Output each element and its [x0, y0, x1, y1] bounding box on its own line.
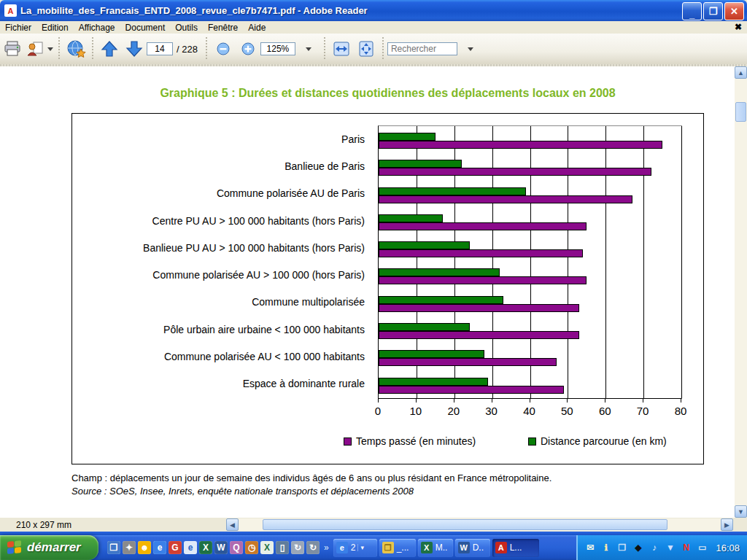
system-tray: ✉ℹ❒◆♪▼N▭16:08 — [576, 535, 747, 560]
page-total-label: / 228 — [177, 44, 198, 55]
menu-edition[interactable]: Edition — [36, 22, 74, 34]
distance-bar — [379, 160, 462, 168]
legend-item-distance: Distance parcourue (en km) — [528, 435, 667, 447]
web-capture-button[interactable] — [63, 36, 88, 61]
bar-row — [379, 126, 681, 153]
excel-doc-icon[interactable]: X — [260, 541, 274, 554]
close-button[interactable]: ✕ — [724, 2, 744, 20]
start-button[interactable]: démarrer — [0, 535, 98, 560]
volume-icon[interactable]: ♪ — [648, 542, 660, 554]
zoom-level-input[interactable] — [260, 42, 295, 55]
zoom-in-button[interactable] — [236, 36, 260, 61]
clock-icon[interactable]: ◷ — [245, 541, 258, 554]
print-button[interactable] — [0, 36, 25, 61]
horizontal-scroll-thumb[interactable] — [263, 519, 667, 530]
horizontal-scrollbar[interactable] — [239, 518, 721, 531]
legend-swatch-distance — [528, 438, 536, 446]
restore-button[interactable]: ❐ — [703, 2, 723, 20]
scroll-right-icon[interactable]: ▶ — [721, 518, 733, 531]
category-label: Paris — [77, 125, 371, 152]
menu-document[interactable]: Document — [120, 22, 171, 34]
globe-star-icon — [66, 39, 86, 58]
bar-row — [379, 371, 681, 398]
quick-launch-overflow-icon[interactable]: » — [324, 542, 329, 553]
sync-alt-icon[interactable]: ↻ — [306, 541, 320, 554]
bar-row — [379, 262, 681, 289]
taskbar-button-folder[interactable]: ❐_... — [379, 539, 416, 557]
scroll-left-icon[interactable]: ◀ — [226, 518, 239, 531]
bar-row — [379, 343, 681, 370]
mascot-icon[interactable]: Q — [230, 541, 243, 554]
task-group-dropdown-icon[interactable]: ▾ — [357, 544, 364, 551]
word-icon[interactable]: W — [214, 541, 228, 554]
page-number-input[interactable] — [147, 42, 173, 55]
x-ticks — [378, 398, 681, 403]
chart-title: Graphique 5 : Durées et distances quotid… — [71, 87, 704, 100]
search-input[interactable] — [387, 42, 457, 55]
fit-width-icon — [333, 41, 350, 57]
netscape-icon[interactable]: N — [680, 542, 692, 554]
close-document-icon[interactable]: ✖ — [735, 22, 742, 32]
pda-icon[interactable]: ▯ — [276, 541, 289, 554]
previous-page-button[interactable] — [97, 36, 122, 61]
media-player-icon[interactable]: ✦ — [123, 541, 136, 554]
adobe-reader-window: A La_mobilite_des_Francais_ENTD_2008_rev… — [0, 0, 747, 560]
vertical-scrollbar[interactable]: ▲ ▼ — [735, 66, 747, 518]
champ-note: Champ : déplacements un jour de semaine … — [71, 472, 699, 483]
taskbar-button-internet-explorer-group[interactable]: e2▾ — [333, 539, 377, 557]
zoom-in-icon — [241, 42, 255, 56]
agent-icon[interactable]: ◆ — [632, 542, 644, 554]
bar-row — [379, 208, 681, 235]
fit-page-button[interactable] — [354, 36, 379, 61]
search-dropdown-button[interactable] — [457, 36, 482, 61]
update-icon[interactable]: ℹ — [600, 542, 612, 554]
x-tick-label: 80 — [675, 405, 687, 417]
excel-icon[interactable]: X — [199, 541, 212, 554]
distance-bar — [379, 378, 488, 386]
x-tick-label: 0 — [375, 405, 381, 417]
distance-bar — [379, 350, 484, 358]
category-label: Espace à dominante rurale — [77, 370, 371, 397]
google-icon[interactable]: G — [169, 541, 182, 554]
menu-aide[interactable]: Aide — [243, 22, 271, 34]
vertical-scroll-thumb[interactable] — [735, 102, 746, 122]
category-label: Banlieue de Paris — [77, 152, 371, 179]
time-bar — [379, 304, 579, 312]
email-share-button[interactable] — [25, 36, 55, 61]
zoom-out-button[interactable] — [211, 36, 236, 61]
scroll-down-icon[interactable]: ▼ — [735, 505, 747, 518]
network-icon[interactable]: ❒ — [616, 542, 628, 554]
mail-icon[interactable]: ✉ — [584, 542, 596, 554]
antivirus-icon[interactable]: ▼ — [664, 542, 676, 554]
taskbar-button-word[interactable]: WD.. — [455, 539, 490, 557]
time-bar — [379, 249, 583, 257]
fit-width-button[interactable] — [329, 36, 354, 61]
plot-area — [378, 125, 682, 399]
taskbar-button-adobe-reader[interactable]: AL... — [492, 539, 539, 557]
x-tick-label: 40 — [523, 405, 535, 417]
legend-label-time: Temps passé (en minutes) — [356, 435, 476, 447]
taskbar-button-excel[interactable]: XM.. — [418, 539, 453, 557]
sync-icon[interactable]: ↻ — [291, 541, 304, 554]
sync-device-icon[interactable]: ▭ — [696, 542, 708, 554]
x-tick-label: 60 — [599, 405, 611, 417]
browser-icon[interactable]: e — [184, 541, 197, 554]
share-dropdown-arrow-icon[interactable] — [47, 47, 53, 51]
scroll-up-icon[interactable]: ▲ — [735, 66, 747, 79]
document-page: Graphique 5 : Durées et distances quotid… — [0, 66, 735, 518]
printer-icon — [4, 41, 21, 57]
menu-fenetre[interactable]: Fenêtre — [203, 22, 243, 34]
menu-affichage[interactable]: Affichage — [74, 22, 120, 34]
messenger-icon[interactable]: ☻ — [138, 541, 151, 554]
show-desktop-icon[interactable]: ❐ — [107, 541, 120, 554]
menu-fichier[interactable]: Fichier — [0, 22, 36, 34]
menu-outils[interactable]: Outils — [170, 22, 203, 34]
distance-bar — [379, 296, 503, 304]
internet-explorer-icon[interactable]: e — [153, 541, 166, 554]
plot-rows — [379, 126, 681, 398]
x-tick-label: 10 — [410, 405, 422, 417]
next-page-button[interactable] — [122, 36, 147, 61]
minimize-button[interactable]: _ — [682, 2, 702, 20]
zoom-dropdown-button[interactable] — [295, 36, 320, 61]
distance-bar — [379, 241, 470, 249]
